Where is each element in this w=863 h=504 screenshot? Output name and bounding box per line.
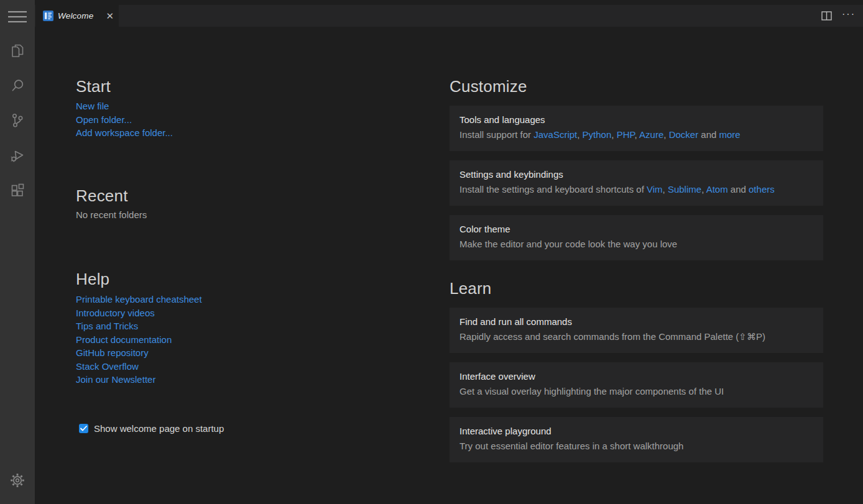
menu-icon [7,10,27,24]
card-description: Get a visual overlay highlighting the ma… [459,387,813,396]
start-heading: Start [76,77,111,96]
settings-gear-icon [8,471,27,490]
menu-button[interactable] [0,0,35,34]
card-title: Settings and keybindings [459,170,813,180]
inline-link[interactable]: more [719,129,741,140]
description-text: Install the settings and keyboard shortc… [459,184,647,195]
inline-link[interactable]: Docker [669,129,699,140]
description-text: Rapidly access and search commands from … [459,331,765,342]
description-text: Install support for [459,129,533,140]
welcome-link[interactable]: New file [76,99,173,113]
inline-link[interactable]: Azure [639,129,663,140]
card-interface-overview[interactable]: Interface overview Get a visual overlay … [450,362,823,408]
description-text: Try out essential editor features in a s… [459,441,683,451]
welcome-link[interactable]: Add workspace folder... [76,126,173,140]
card-description: Install support for JavaScript, Python, … [459,130,813,140]
inline-link[interactable]: Python [583,129,612,140]
start-links: New fileOpen folder...Add workspace fold… [76,99,173,140]
card-title: Tools and languages [459,115,813,125]
startup-checkbox-row[interactable]: Show welcome page on startup [79,423,224,434]
settings-button[interactable] [0,463,35,498]
search-icon [9,77,26,94]
close-icon[interactable]: ✕ [106,11,114,21]
help-heading: Help [76,270,109,288]
customize-heading: Customize [450,77,527,96]
description-text: , [611,129,616,140]
vscode-window: { "colors": { "link": "#3d8ce0", "checkb… [0,0,863,504]
card-tools-and-languages[interactable]: Tools and languages Install support for … [450,106,823,151]
description-text: and [728,184,749,195]
description-text: and [698,129,719,140]
description-text: , [663,129,668,140]
welcome-link[interactable]: Stack Overflow [76,360,202,373]
editor-tab-bar: Welcome ✕ ··· [35,0,863,27]
card-description: Rapidly access and search commands from … [459,332,813,342]
inline-link[interactable]: others [749,184,775,195]
card-color-theme[interactable]: Color theme Make the editor and your cod… [450,215,823,260]
extensions-button[interactable] [0,173,35,208]
card-title: Find and run all commands [459,317,813,327]
description-text: Get a visual overlay highlighting the ma… [459,386,724,396]
inline-link[interactable]: Sublime [668,184,701,195]
split-editor-icon[interactable] [821,11,832,21]
learn-heading: Learn [450,279,492,298]
welcome-link[interactable]: Join our Newsletter [76,373,202,387]
card-title: Interface overview [459,372,813,382]
welcome-icon [43,11,53,21]
explorer-files-icon [9,42,26,60]
welcome-link[interactable]: Product documentation [76,333,202,347]
extensions-icon [9,181,26,199]
editor-actions: ··· [821,5,856,27]
description-text: , [635,129,640,140]
activity-bar [0,0,35,504]
welcome-link[interactable]: Printable keyboard cheatsheet [76,293,202,306]
run-debug-button[interactable] [0,138,35,173]
card-description: Make the editor and your code look the w… [459,239,813,249]
more-actions-icon[interactable]: ··· [842,11,856,21]
tab-title: Welcome [58,11,102,21]
source-control-button[interactable] [0,103,35,138]
welcome-link[interactable]: Open folder... [76,113,173,127]
description-text: , [663,184,668,195]
help-links: Printable keyboard cheatsheetIntroductor… [76,293,202,387]
card-interactive-playground[interactable]: Interactive playground Try out essential… [450,417,823,462]
checkmark-icon [80,426,87,431]
explorer-button[interactable] [0,34,35,68]
inline-link[interactable]: JavaScript [533,129,577,140]
welcome-link[interactable]: Introductory videos [76,306,202,320]
inline-link[interactable]: Vim [647,184,663,195]
source-control-icon [9,112,26,129]
search-button[interactable] [0,68,35,103]
card-description: Try out essential editor features in a s… [459,441,813,451]
description-text: Make the editor and your code look the w… [459,239,677,249]
welcome-link[interactable]: Tips and Tricks [76,319,202,333]
tabbar-top-band [35,0,863,5]
inline-link[interactable]: Atom [706,184,728,195]
welcome-link[interactable]: GitHub repository [76,346,202,360]
card-settings-and-keybindings[interactable]: Settings and keybindings Install the set… [450,160,823,206]
startup-checkbox[interactable] [79,424,88,433]
description-text: , [577,129,582,140]
inline-link[interactable]: PHP [617,129,635,140]
run-debug-icon [9,147,26,164]
startup-checkbox-label: Show welcome page on startup [94,423,224,434]
recent-empty-text: No recent folders [76,209,147,220]
card-title: Interactive playground [459,426,813,436]
welcome-page: Start New fileOpen folder...Add workspac… [35,27,863,504]
card-find-and-run-all-commands[interactable]: Find and run all commands Rapidly access… [450,308,823,353]
recent-heading: Recent [76,186,128,205]
card-title: Color theme [459,224,813,234]
description-text: , [701,184,706,195]
card-description: Install the settings and keyboard shortc… [459,185,813,195]
tab-welcome[interactable]: Welcome ✕ [35,0,119,27]
